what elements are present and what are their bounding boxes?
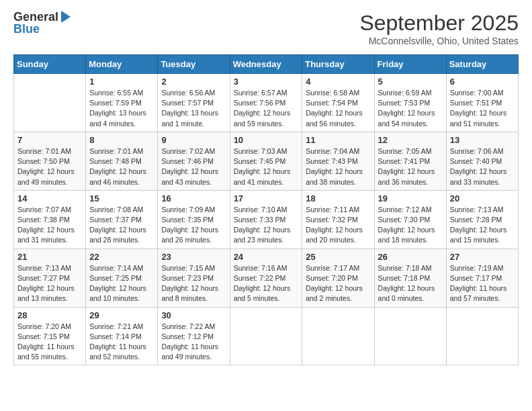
weekday-header-sunday: Sunday <box>14 55 86 74</box>
day-info: Sunrise: 7:07 AMSunset: 7:38 PMDaylight:… <box>17 205 82 246</box>
day-cell: 2Sunrise: 6:56 AMSunset: 7:57 PMDaylight… <box>158 74 230 132</box>
day-cell: 24Sunrise: 7:16 AMSunset: 7:22 PMDayligh… <box>230 248 302 307</box>
location: McConnelsville, Ohio, United States <box>359 36 519 46</box>
day-info: Sunrise: 7:17 AMSunset: 7:20 PMDaylight:… <box>306 263 370 304</box>
logo-arrow-icon <box>61 11 71 23</box>
day-number: 6 <box>450 77 515 87</box>
day-info: Sunrise: 7:13 AMSunset: 7:27 PMDaylight:… <box>17 263 82 304</box>
week-row-5: 28Sunrise: 7:20 AMSunset: 7:15 PMDayligh… <box>14 307 519 365</box>
weekday-header-wednesday: Wednesday <box>230 55 302 74</box>
day-info: Sunrise: 7:08 AMSunset: 7:37 PMDaylight:… <box>89 205 154 246</box>
day-number: 24 <box>234 252 299 262</box>
day-number: 19 <box>378 193 443 203</box>
day-number: 5 <box>378 77 443 87</box>
day-cell: 3Sunrise: 6:57 AMSunset: 7:56 PMDaylight… <box>230 74 302 132</box>
week-row-4: 21Sunrise: 7:13 AMSunset: 7:27 PMDayligh… <box>14 248 519 307</box>
day-info: Sunrise: 7:00 AMSunset: 7:51 PMDaylight:… <box>450 88 515 129</box>
day-cell: 15Sunrise: 7:08 AMSunset: 7:37 PMDayligh… <box>86 190 158 248</box>
day-cell: 16Sunrise: 7:09 AMSunset: 7:35 PMDayligh… <box>158 190 230 248</box>
day-info: Sunrise: 7:14 AMSunset: 7:25 PMDaylight:… <box>89 263 154 304</box>
day-info: Sunrise: 7:09 AMSunset: 7:35 PMDaylight:… <box>161 205 226 246</box>
day-info: Sunrise: 7:20 AMSunset: 7:15 PMDaylight:… <box>17 322 82 363</box>
day-number: 8 <box>89 135 154 145</box>
day-cell: 20Sunrise: 7:13 AMSunset: 7:28 PMDayligh… <box>446 190 518 248</box>
day-cell <box>302 307 374 365</box>
logo: General Blue <box>13 11 71 35</box>
day-number: 12 <box>378 135 443 145</box>
day-number: 22 <box>89 252 154 262</box>
day-info: Sunrise: 6:55 AMSunset: 7:59 PMDaylight:… <box>89 88 154 129</box>
day-number: 10 <box>234 135 299 145</box>
day-info: Sunrise: 7:21 AMSunset: 7:14 PMDaylight:… <box>89 322 154 363</box>
day-number: 27 <box>450 252 515 262</box>
day-cell: 25Sunrise: 7:17 AMSunset: 7:20 PMDayligh… <box>302 248 374 307</box>
day-info: Sunrise: 6:57 AMSunset: 7:56 PMDaylight:… <box>234 88 299 129</box>
day-number: 30 <box>161 310 226 320</box>
week-row-2: 7Sunrise: 7:01 AMSunset: 7:50 PMDaylight… <box>14 132 519 190</box>
day-info: Sunrise: 7:01 AMSunset: 7:48 PMDaylight:… <box>89 146 154 187</box>
title-block: September 2025 McConnelsville, Ohio, Uni… <box>359 11 519 46</box>
day-cell: 11Sunrise: 7:04 AMSunset: 7:43 PMDayligh… <box>302 132 374 190</box>
day-number: 18 <box>306 193 370 203</box>
weekday-header-row: SundayMondayTuesdayWednesdayThursdayFrid… <box>14 55 519 74</box>
day-cell: 18Sunrise: 7:11 AMSunset: 7:32 PMDayligh… <box>302 190 374 248</box>
page-header: General Blue September 2025 McConnelsvil… <box>13 11 519 46</box>
weekday-header-tuesday: Tuesday <box>158 55 230 74</box>
day-info: Sunrise: 7:18 AMSunset: 7:18 PMDaylight:… <box>378 263 443 304</box>
weekday-header-monday: Monday <box>86 55 158 74</box>
weekday-header-thursday: Thursday <box>302 55 374 74</box>
week-row-3: 14Sunrise: 7:07 AMSunset: 7:38 PMDayligh… <box>14 190 519 248</box>
month-title: September 2025 <box>359 11 519 36</box>
day-number: 15 <box>89 193 154 203</box>
day-number: 1 <box>89 77 154 87</box>
day-number: 23 <box>161 252 226 262</box>
day-number: 9 <box>161 135 226 145</box>
day-cell: 19Sunrise: 7:12 AMSunset: 7:30 PMDayligh… <box>374 190 446 248</box>
day-cell <box>374 307 446 365</box>
day-cell <box>14 74 86 132</box>
day-cell: 5Sunrise: 6:59 AMSunset: 7:53 PMDaylight… <box>374 74 446 132</box>
day-info: Sunrise: 7:04 AMSunset: 7:43 PMDaylight:… <box>306 146 370 187</box>
day-cell: 17Sunrise: 7:10 AMSunset: 7:33 PMDayligh… <box>230 190 302 248</box>
day-info: Sunrise: 7:01 AMSunset: 7:50 PMDaylight:… <box>17 146 82 187</box>
day-info: Sunrise: 6:59 AMSunset: 7:53 PMDaylight:… <box>378 88 443 129</box>
day-info: Sunrise: 7:11 AMSunset: 7:32 PMDaylight:… <box>306 205 370 246</box>
day-cell: 27Sunrise: 7:19 AMSunset: 7:17 PMDayligh… <box>446 248 518 307</box>
day-number: 16 <box>161 193 226 203</box>
day-cell: 13Sunrise: 7:06 AMSunset: 7:40 PMDayligh… <box>446 132 518 190</box>
day-info: Sunrise: 7:12 AMSunset: 7:30 PMDaylight:… <box>378 205 443 246</box>
day-number: 14 <box>17 193 82 203</box>
day-number: 20 <box>450 193 515 203</box>
day-cell <box>230 307 302 365</box>
day-cell: 7Sunrise: 7:01 AMSunset: 7:50 PMDaylight… <box>14 132 86 190</box>
logo-general: General <box>13 11 58 23</box>
day-info: Sunrise: 6:56 AMSunset: 7:57 PMDaylight:… <box>161 88 226 129</box>
day-info: Sunrise: 7:15 AMSunset: 7:23 PMDaylight:… <box>161 263 226 304</box>
week-row-1: 1Sunrise: 6:55 AMSunset: 7:59 PMDaylight… <box>14 74 519 132</box>
day-info: Sunrise: 6:58 AMSunset: 7:54 PMDaylight:… <box>306 88 370 129</box>
day-cell: 12Sunrise: 7:05 AMSunset: 7:41 PMDayligh… <box>374 132 446 190</box>
logo-blue: Blue <box>13 23 40 35</box>
day-cell: 6Sunrise: 7:00 AMSunset: 7:51 PMDaylight… <box>446 74 518 132</box>
day-cell: 29Sunrise: 7:21 AMSunset: 7:14 PMDayligh… <box>86 307 158 365</box>
day-number: 2 <box>161 77 226 87</box>
day-number: 25 <box>306 252 370 262</box>
day-info: Sunrise: 7:10 AMSunset: 7:33 PMDaylight:… <box>234 205 299 246</box>
day-cell: 28Sunrise: 7:20 AMSunset: 7:15 PMDayligh… <box>14 307 86 365</box>
day-number: 21 <box>17 252 82 262</box>
day-number: 13 <box>450 135 515 145</box>
day-cell: 30Sunrise: 7:22 AMSunset: 7:12 PMDayligh… <box>158 307 230 365</box>
day-number: 3 <box>234 77 299 87</box>
day-info: Sunrise: 7:13 AMSunset: 7:28 PMDaylight:… <box>450 205 515 246</box>
day-cell: 22Sunrise: 7:14 AMSunset: 7:25 PMDayligh… <box>86 248 158 307</box>
day-cell: 26Sunrise: 7:18 AMSunset: 7:18 PMDayligh… <box>374 248 446 307</box>
day-number: 7 <box>17 135 82 145</box>
day-number: 26 <box>378 252 443 262</box>
day-info: Sunrise: 7:06 AMSunset: 7:40 PMDaylight:… <box>450 146 515 187</box>
day-cell: 10Sunrise: 7:03 AMSunset: 7:45 PMDayligh… <box>230 132 302 190</box>
calendar-table: SundayMondayTuesdayWednesdayThursdayFrid… <box>13 54 519 365</box>
day-info: Sunrise: 7:16 AMSunset: 7:22 PMDaylight:… <box>234 263 299 304</box>
day-cell: 21Sunrise: 7:13 AMSunset: 7:27 PMDayligh… <box>14 248 86 307</box>
day-number: 29 <box>89 310 154 320</box>
day-info: Sunrise: 7:05 AMSunset: 7:41 PMDaylight:… <box>378 146 443 187</box>
